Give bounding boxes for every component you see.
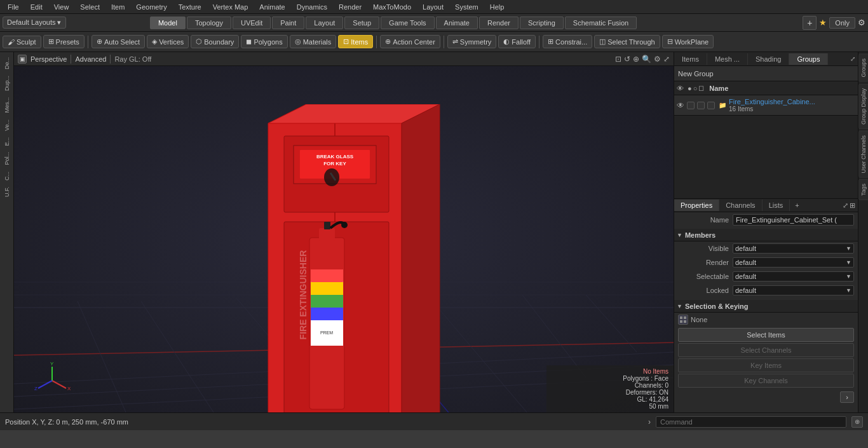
- tab-schematic[interactable]: Schematic Fusion: [565, 17, 637, 29]
- workplane-button[interactable]: ⊟ WorkPlane: [662, 35, 714, 48]
- menu-layout[interactable]: Layout: [417, 2, 449, 12]
- vtab-tags[interactable]: Tags: [858, 179, 869, 200]
- polygons-button[interactable]: ◼ Polygons: [241, 35, 287, 48]
- select-items-button[interactable]: Select Items: [678, 328, 854, 342]
- bottom-arrow[interactable]: ›: [648, 417, 651, 426]
- render-select[interactable]: default ▼: [733, 257, 854, 268]
- selectable-select[interactable]: default ▼: [733, 271, 854, 282]
- layout-dropdown[interactable]: Default Layouts ▾: [3, 17, 66, 29]
- selectthrough-button[interactable]: ◫ Select Through: [594, 35, 660, 48]
- camera-icon[interactable]: ⊡: [615, 55, 621, 64]
- tab-model[interactable]: Model: [150, 17, 186, 29]
- materials-button[interactable]: ◎ Materials: [290, 35, 337, 48]
- rp-icon2[interactable]: ●: [688, 85, 692, 92]
- tab-scripting[interactable]: Scripting: [520, 17, 564, 29]
- sidebar-item-de[interactable]: De...: [3, 55, 11, 72]
- vtab-groupdisplay[interactable]: Group Display: [858, 84, 869, 129]
- tab-plus[interactable]: +: [803, 16, 817, 30]
- tab-setup[interactable]: Setup: [344, 17, 379, 29]
- sidebar-item-mes[interactable]: Mes...: [3, 95, 11, 116]
- rp-tab-groups[interactable]: Groups: [789, 53, 828, 65]
- menu-edit[interactable]: Edit: [25, 2, 48, 12]
- rp-icon4[interactable]: ◻: [698, 84, 704, 92]
- menu-help[interactable]: Help: [485, 2, 510, 12]
- vtab-groups[interactable]: Groups: [858, 54, 869, 82]
- presets-button[interactable]: ⊞ Presets: [43, 35, 85, 48]
- menu-render[interactable]: Render: [334, 2, 367, 12]
- menu-item[interactable]: Item: [106, 2, 130, 12]
- prop-tab-properties[interactable]: Properties: [674, 200, 719, 211]
- group-name[interactable]: Fire_Extinguisher_Cabine...: [729, 98, 855, 105]
- vertices-button[interactable]: ◈ Vertices: [147, 35, 189, 48]
- autoselect-button[interactable]: ⊕ Auto Select: [92, 35, 145, 48]
- prop-tab-channels[interactable]: Channels: [719, 200, 762, 211]
- vtab-userchannels[interactable]: User Channels: [858, 131, 869, 178]
- sidebar-item-c[interactable]: C...: [3, 169, 11, 183]
- rotate-icon[interactable]: ↺: [624, 55, 630, 64]
- sculpt-button[interactable]: 🖌 Sculpt: [3, 36, 41, 48]
- sidebar-item-dup[interactable]: Dup...: [3, 73, 11, 93]
- boundary-button[interactable]: ⬡ Boundary: [191, 35, 239, 48]
- tab-render[interactable]: Render: [479, 17, 519, 29]
- sidebar-item-ve[interactable]: Ve...: [3, 117, 11, 133]
- tab-animate[interactable]: Animate: [436, 17, 478, 29]
- menu-dynamics[interactable]: Dynamics: [292, 2, 332, 12]
- symmetry-button[interactable]: ⇌ Symmetry: [447, 35, 497, 48]
- sidebar-item-pol[interactable]: Pol...: [3, 149, 11, 168]
- prop-tab-lists[interactable]: Lists: [763, 200, 790, 211]
- tab-layout[interactable]: Layout: [306, 17, 343, 29]
- tab-uvedit[interactable]: UVEdit: [233, 17, 271, 29]
- selection-keying-section[interactable]: ▼ Selection & Keying: [674, 300, 858, 313]
- rp-icon1[interactable]: 👁: [677, 85, 684, 92]
- locked-select[interactable]: default ▼: [733, 285, 854, 295]
- tab-paint[interactable]: Paint: [272, 17, 304, 29]
- visible-select[interactable]: default ▼: [733, 243, 854, 254]
- falloff-button[interactable]: ◐ Falloff: [498, 35, 536, 48]
- menu-texture[interactable]: Texture: [173, 2, 207, 12]
- tab-gametools[interactable]: Game Tools: [381, 17, 435, 29]
- group-toggle1[interactable]: [687, 102, 695, 109]
- settings-icon[interactable]: ⚙: [654, 55, 661, 64]
- sidebar-item-e[interactable]: E...: [3, 135, 11, 149]
- rp-tab-mesh[interactable]: Mesh ...: [707, 53, 748, 65]
- actioncenter-button[interactable]: ⊕ Action Center: [380, 35, 440, 48]
- only-button[interactable]: Only: [829, 17, 855, 29]
- items-button[interactable]: ⊡ Items: [338, 35, 373, 48]
- expand-arrow-button[interactable]: ›: [840, 391, 854, 403]
- group-eye-icon[interactable]: 👁: [677, 101, 684, 110]
- menu-animate[interactable]: Animate: [254, 2, 290, 12]
- menu-geometry[interactable]: Geometry: [131, 2, 172, 12]
- rp-tab-expand[interactable]: ⤢: [848, 55, 858, 62]
- viewport[interactable]: ▣ Perspective Advanced Ray GL: Off ⊡ ↺ ⊕…: [14, 52, 674, 412]
- star-button[interactable]: ★: [819, 18, 827, 27]
- menu-system[interactable]: System: [450, 2, 484, 12]
- search-icon[interactable]: 🔍: [642, 55, 651, 64]
- sidebar-item-uf[interactable]: U.F.: [3, 184, 11, 200]
- menu-view[interactable]: View: [49, 2, 74, 12]
- menu-select[interactable]: Select: [75, 2, 105, 12]
- rp-tab-shading[interactable]: Shading: [748, 53, 789, 65]
- menu-maxtomodo[interactable]: MaxToModo: [368, 2, 416, 12]
- new-group-button[interactable]: New Group: [678, 70, 714, 78]
- gear-icon[interactable]: ⚙: [858, 18, 865, 27]
- group-item-row[interactable]: 👁 📁 Fire_Extinguisher_Cabine... 16 Items: [674, 95, 858, 116]
- rp-tab-items[interactable]: Items: [674, 53, 707, 65]
- menu-file[interactable]: File: [3, 2, 24, 12]
- group-toggle3[interactable]: [707, 102, 715, 109]
- 3d-scene[interactable]: BREAK GLASS FOR KEY: [14, 66, 674, 412]
- rp-icon3[interactable]: ○: [693, 85, 698, 92]
- svg-text:Y: Y: [50, 362, 54, 367]
- group-toggle2[interactable]: [697, 102, 705, 109]
- prop-expand[interactable]: ⤢ ⊞: [840, 201, 858, 210]
- members-section[interactable]: ▼ Members: [674, 229, 858, 241]
- tab-topology[interactable]: Topology: [187, 17, 231, 29]
- zoom-icon[interactable]: ⊕: [633, 55, 639, 64]
- command-search-icon[interactable]: ⊕: [851, 416, 863, 428]
- prop-tab-plus[interactable]: +: [790, 200, 804, 211]
- expand-icon[interactable]: ⤢: [663, 55, 670, 64]
- prop-name-input[interactable]: [733, 214, 854, 226]
- command-input[interactable]: [656, 416, 846, 428]
- menu-vertexmap[interactable]: Vertex Map: [208, 2, 254, 12]
- constraints-button[interactable]: ⊞ Constrai...: [543, 35, 592, 48]
- viewport-toggle[interactable]: ▣: [18, 55, 27, 64]
